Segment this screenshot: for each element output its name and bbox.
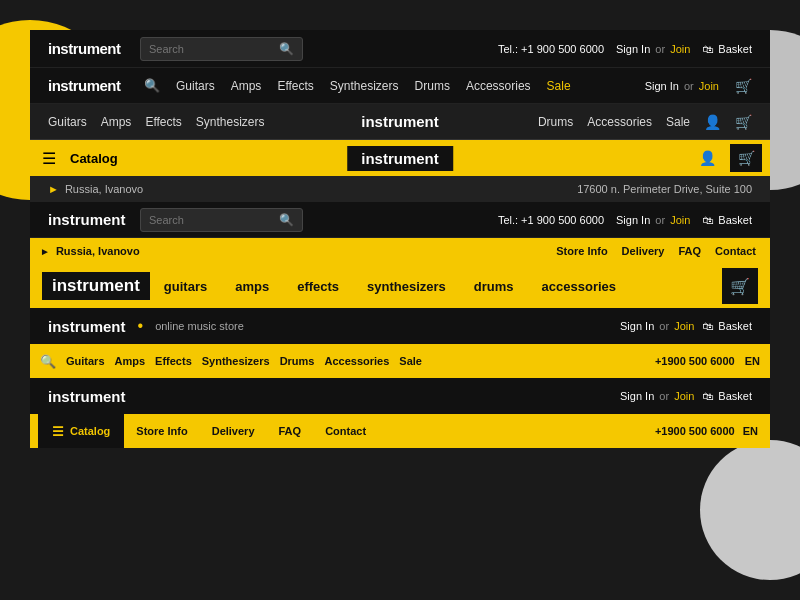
user-icon-4[interactable]: 👤 (699, 150, 716, 166)
brand-logo-7: instrument (48, 318, 126, 335)
nav3-synthesizers[interactable]: Synthesizers (196, 115, 265, 129)
basket-icon-5: 🛍 (702, 214, 713, 226)
navbar-5: instrument 🔍 Tel.: +1 900 500 6000 Sign … (30, 202, 770, 238)
nav3-effects[interactable]: Effects (145, 115, 181, 129)
location-faq[interactable]: FAQ (674, 245, 705, 257)
nav6-synthesizers[interactable]: synthesizers (353, 279, 460, 294)
signin-link-1[interactable]: Sign In (616, 43, 650, 55)
location-contact[interactable]: Contact (711, 245, 760, 257)
hamburger-icon-10: ☰ (52, 424, 64, 439)
search-bar-1[interactable]: 🔍 (140, 37, 303, 61)
nav8-accessories[interactable]: Accessories (324, 355, 389, 367)
basket-1[interactable]: 🛍 Basket (702, 43, 752, 55)
nav3-accessories[interactable]: Accessories (587, 115, 652, 129)
nav3-guitars[interactable]: Guitars (48, 115, 87, 129)
nav6-accessories[interactable]: accessories (528, 279, 630, 294)
join-link-5[interactable]: Join (670, 214, 690, 226)
nav10-delivery[interactable]: Delivery (200, 425, 267, 437)
basket-9[interactable]: 🛍 Basket (702, 390, 752, 402)
nav6-guitars[interactable]: guitars (150, 279, 221, 294)
nav2-sale[interactable]: Sale (547, 79, 571, 93)
signin-link-5[interactable]: Sign In (616, 214, 650, 226)
location-flag-1: ► (48, 183, 59, 195)
basket-label-9: Basket (718, 390, 752, 402)
nav3-amps[interactable]: Amps (101, 115, 132, 129)
nav6-effects[interactable]: effects (283, 279, 353, 294)
location-delivery[interactable]: Delivery (618, 245, 669, 257)
basket-icon-9: 🛍 (702, 390, 713, 402)
nav10-contact[interactable]: Contact (313, 425, 378, 437)
nav2-amps[interactable]: Amps (231, 79, 262, 93)
search-input-1[interactable] (149, 43, 279, 55)
cart-icon-3[interactable]: 🛒 (735, 114, 752, 130)
nav10-lang[interactable]: EN (743, 425, 762, 437)
brand-logo-5: instrument (48, 211, 128, 228)
nav10-faq[interactable]: FAQ (267, 425, 314, 437)
nav2-guitars[interactable]: Guitars (176, 79, 215, 93)
cart-icon-2[interactable]: 🛒 (735, 78, 752, 94)
navbar-9: instrument Sign In or Join 🛍 Basket (30, 378, 770, 414)
search-icon-2[interactable]: 🔍 (144, 78, 160, 93)
join-link-2[interactable]: Join (699, 80, 719, 92)
nav8-amps[interactable]: Amps (115, 355, 146, 367)
signin-link-2[interactable]: Sign In (645, 80, 679, 92)
location-city-1[interactable]: Russia, Ivanovo (65, 183, 143, 195)
location-flag-2: ► (40, 246, 50, 257)
navbar-10: ☰ Catalog Store Info Delivery FAQ Contac… (30, 414, 770, 448)
nav2-synthesizers[interactable]: Synthesizers (330, 79, 399, 93)
tel-1: Tel.: +1 900 500 6000 (498, 43, 604, 55)
basket-label-1: Basket (718, 43, 752, 55)
cart-icon-6[interactable]: 🛒 (722, 268, 758, 304)
join-link-1[interactable]: Join (670, 43, 690, 55)
location-storeinfo[interactable]: Store Info (552, 245, 611, 257)
nav6-amps[interactable]: amps (221, 279, 283, 294)
nav3-drums[interactable]: Drums (538, 115, 573, 129)
location-bar-1: ► Russia, Ivanovo 17600 n. Perimeter Dri… (30, 176, 770, 202)
main-container: instrument 🔍 Tel.: +1 900 500 6000 Sign … (30, 30, 770, 570)
basket-icon-1: 🛍 (702, 43, 713, 55)
basket-5[interactable]: 🛍 Basket (702, 214, 752, 226)
nav2-accessories[interactable]: Accessories (466, 79, 531, 93)
location-bar-2: ► Russia, Ivanovo Store Info Delivery FA… (30, 238, 770, 264)
search-icon-8[interactable]: 🔍 (40, 354, 56, 369)
location-city-2[interactable]: Russia, Ivanovo (56, 245, 140, 257)
navbar-6: instrument guitars amps effects synthesi… (30, 264, 770, 308)
brand-logo-6: instrument (42, 272, 150, 300)
nav8-guitars[interactable]: Guitars (66, 355, 105, 367)
search-input-5[interactable] (149, 214, 279, 226)
signin-area-2: Sign In or Join (645, 80, 719, 92)
navbar-1: instrument 🔍 Tel.: +1 900 500 6000 Sign … (30, 30, 770, 68)
nav8-synthesizers[interactable]: Synthesizers (202, 355, 270, 367)
navbar-3: Guitars Amps Effects Synthesizers instru… (30, 104, 770, 140)
navbar-4-catalog: ☰ Catalog instrument 👤 🛒 (30, 140, 770, 176)
search-icon-5: 🔍 (279, 213, 294, 227)
signin-link-7[interactable]: Sign In (620, 320, 654, 332)
nav2-drums[interactable]: Drums (415, 79, 450, 93)
user-icon-3[interactable]: 👤 (704, 114, 721, 130)
brand-logo-4: instrument (347, 146, 453, 171)
join-link-7[interactable]: Join (674, 320, 694, 332)
signin-link-9[interactable]: Sign In (620, 390, 654, 402)
nav8-lang[interactable]: EN (745, 355, 760, 367)
nav2-effects[interactable]: Effects (277, 79, 313, 93)
navbar-2: instrument 🔍 Guitars Amps Effects Synthe… (30, 68, 770, 104)
nav10-catalog[interactable]: ☰ Catalog (38, 414, 124, 448)
nav10-storeinfo[interactable]: Store Info (124, 425, 199, 437)
join-link-9[interactable]: Join (674, 390, 694, 402)
nav8-tel: +1900 500 6000 (655, 355, 735, 367)
search-bar-5[interactable]: 🔍 (140, 208, 303, 232)
catalog-label-4[interactable]: Catalog (70, 151, 118, 166)
basket-icon-7: 🛍 (702, 320, 713, 332)
nav8-sale[interactable]: Sale (399, 355, 422, 367)
brand-logo-2: instrument (48, 77, 128, 94)
basket-7[interactable]: 🛍 Basket (702, 320, 752, 332)
cart-icon-4[interactable]: 🛒 (730, 144, 762, 172)
nav8-effects[interactable]: Effects (155, 355, 192, 367)
nav8-drums[interactable]: Drums (280, 355, 315, 367)
nav6-drums[interactable]: drums (460, 279, 528, 294)
basket-label-7: Basket (718, 320, 752, 332)
navbar-8: 🔍 Guitars Amps Effects Synthesizers Drum… (30, 344, 770, 378)
nav10-tel: +1900 500 6000 (655, 425, 743, 437)
hamburger-icon-4[interactable]: ☰ (38, 145, 60, 172)
nav3-sale[interactable]: Sale (666, 115, 690, 129)
